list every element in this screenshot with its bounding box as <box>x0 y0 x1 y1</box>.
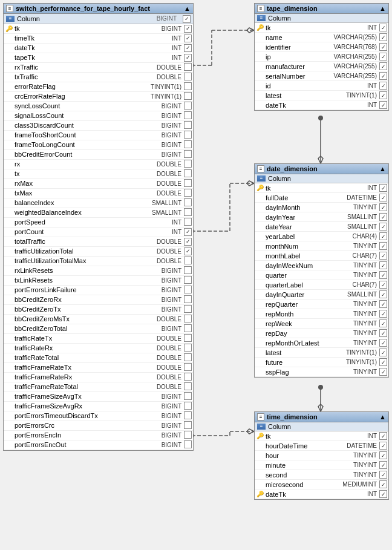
checkbox[interactable] <box>379 223 387 231</box>
checkbox[interactable] <box>184 382 192 390</box>
row-checkbox[interactable] <box>184 131 192 140</box>
checkbox[interactable] <box>379 480 387 488</box>
checkbox[interactable] <box>184 344 192 352</box>
checkbox[interactable] <box>379 471 387 479</box>
row-checkbox[interactable] <box>184 228 192 236</box>
time-dimension-collapse[interactable]: ▲ <box>379 413 386 421</box>
row-checkbox[interactable] <box>379 480 387 489</box>
checkbox[interactable] <box>379 62 387 70</box>
checkbox[interactable] <box>184 131 192 139</box>
row-checkbox[interactable] <box>379 271 387 280</box>
row-checkbox[interactable] <box>379 310 387 318</box>
row-checkbox[interactable] <box>379 72 387 80</box>
row-checkbox[interactable] <box>184 431 192 440</box>
checkbox[interactable] <box>184 111 192 119</box>
row-checkbox[interactable] <box>184 382 192 391</box>
checkbox[interactable] <box>379 43 387 51</box>
row-checkbox[interactable] <box>184 179 192 188</box>
row-checkbox[interactable] <box>184 295 192 304</box>
row-checkbox[interactable] <box>379 281 387 289</box>
checkbox[interactable] <box>184 257 192 264</box>
checkbox[interactable] <box>379 339 387 347</box>
checkbox[interactable] <box>379 358 387 366</box>
checkbox[interactable] <box>379 24 387 31</box>
checkbox[interactable] <box>184 440 192 448</box>
checkbox[interactable] <box>379 310 387 318</box>
checkbox[interactable] <box>379 53 387 61</box>
checkbox[interactable] <box>184 392 192 400</box>
row-checkbox[interactable] <box>379 432 387 440</box>
row-checkbox[interactable] <box>184 421 192 430</box>
row-checkbox[interactable] <box>184 73 192 82</box>
checkbox[interactable] <box>184 402 192 410</box>
checkbox[interactable] <box>184 373 192 381</box>
checkbox[interactable] <box>184 189 192 197</box>
row-checkbox[interactable] <box>379 261 387 270</box>
checkbox[interactable] <box>379 213 387 221</box>
row-checkbox[interactable] <box>184 198 192 208</box>
switch-performance-collapse[interactable]: ▲ <box>184 5 191 12</box>
row-checkbox[interactable] <box>379 252 387 260</box>
row-checkbox[interactable] <box>379 368 387 376</box>
checkbox[interactable] <box>184 324 192 332</box>
row-checkbox[interactable] <box>379 461 387 470</box>
checkbox[interactable] <box>184 102 192 110</box>
checkbox[interactable] <box>184 334 192 342</box>
row-checkbox[interactable] <box>184 276 192 285</box>
checkbox[interactable] <box>184 179 192 187</box>
checkbox[interactable] <box>184 63 192 71</box>
row-checkbox[interactable] <box>379 101 387 110</box>
row-checkbox[interactable] <box>379 223 387 231</box>
row-checkbox[interactable] <box>379 24 387 32</box>
row-checkbox[interactable] <box>184 44 192 52</box>
checkbox[interactable] <box>379 184 387 192</box>
row-checkbox[interactable] <box>379 242 387 250</box>
row-checkbox[interactable] <box>379 319 387 328</box>
checkbox[interactable] <box>379 461 387 469</box>
row-checkbox[interactable] <box>379 300 387 309</box>
checkbox[interactable] <box>379 281 387 289</box>
checkbox[interactable] <box>379 194 387 201</box>
checkbox[interactable] <box>184 305 192 313</box>
checkbox[interactable] <box>184 150 192 158</box>
checkbox[interactable] <box>184 121 192 129</box>
date-dimension-collapse[interactable]: ▲ <box>379 165 386 172</box>
row-checkbox[interactable] <box>184 305 192 314</box>
row-checkbox[interactable] <box>379 349 387 357</box>
row-checkbox[interactable] <box>184 34 192 42</box>
checkbox[interactable] <box>184 92 192 100</box>
row-checkbox[interactable] <box>379 203 387 212</box>
row-checkbox[interactable] <box>184 169 192 178</box>
checkbox[interactable] <box>184 276 192 284</box>
checkbox[interactable] <box>379 300 387 308</box>
checkbox[interactable] <box>184 295 192 303</box>
row-checkbox[interactable] <box>184 189 192 198</box>
row-checkbox[interactable] <box>184 402 192 411</box>
row-checkbox[interactable] <box>184 344 192 353</box>
checkbox[interactable] <box>184 411 192 419</box>
checkbox[interactable] <box>379 82 387 90</box>
row-checkbox[interactable] <box>379 184 387 192</box>
row-checkbox[interactable] <box>184 266 192 275</box>
checkbox[interactable] <box>379 242 387 250</box>
checkbox[interactable] <box>379 91 387 99</box>
row-checkbox[interactable] <box>379 53 387 61</box>
row-checkbox[interactable] <box>184 63 192 72</box>
checkbox[interactable] <box>184 140 192 148</box>
checkbox[interactable] <box>379 319 387 327</box>
row-checkbox[interactable] <box>379 213 387 221</box>
row-checkbox[interactable] <box>184 257 192 266</box>
row-checkbox[interactable] <box>184 324 192 333</box>
row-checkbox[interactable] <box>184 53 192 62</box>
checkbox[interactable] <box>379 252 387 260</box>
row-checkbox[interactable] <box>184 392 192 401</box>
checkbox[interactable] <box>184 286 192 293</box>
checkbox[interactable] <box>379 203 387 211</box>
row-checkbox[interactable] <box>184 334 192 343</box>
checkbox[interactable] <box>379 490 387 498</box>
row-checkbox[interactable] <box>184 160 192 169</box>
row-checkbox[interactable] <box>379 194 387 202</box>
checkbox[interactable] <box>184 363 192 371</box>
checkbox[interactable] <box>379 33 387 41</box>
row-checkbox[interactable] <box>184 102 192 111</box>
